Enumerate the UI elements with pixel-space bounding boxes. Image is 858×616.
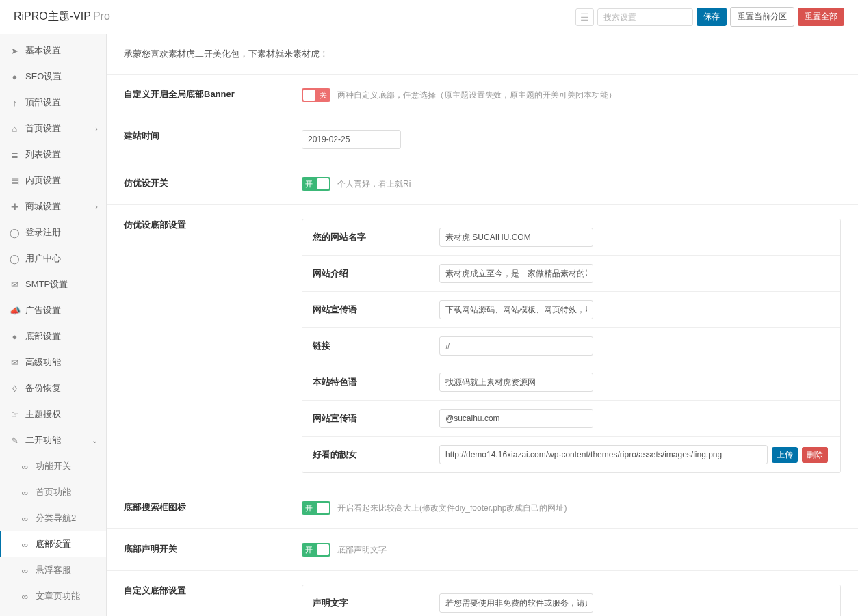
panel-input[interactable] bbox=[439, 593, 593, 613]
brand-title: RiPRO主题-VIP bbox=[14, 10, 91, 22]
fangyou-panel: 您的网站名字网站介绍网站宣传语链接本站特色语网站宣传语好看的靓女上传删除 bbox=[302, 219, 841, 473]
panel-row-label: 链接 bbox=[313, 340, 439, 352]
panel-input[interactable] bbox=[439, 409, 593, 428]
panel-row-label: 网站宣传语 bbox=[313, 412, 439, 425]
section-statement-switch: 底部声明开关 开 底部声明文字 bbox=[107, 529, 858, 571]
sidebar-item-5[interactable]: ▤内页设置 bbox=[0, 168, 106, 193]
arrow-up-icon: ↑ bbox=[10, 98, 19, 107]
panel-row-label: 好看的靓女 bbox=[313, 448, 439, 461]
sidebar-item-17[interactable]: ∞首页功能 bbox=[0, 479, 106, 505]
intro-text: 承蒙您喜欢素材虎二开美化包，下素材就来素材虎！ bbox=[107, 34, 858, 75]
sidebar-item-label: 功能开关 bbox=[36, 460, 71, 472]
reset-all-button[interactable]: 重置全部 bbox=[798, 8, 844, 26]
panel-row-field bbox=[439, 264, 830, 283]
plus-circle-icon: ✚ bbox=[10, 202, 19, 211]
panel-row-field bbox=[439, 373, 830, 392]
sidebar-item-15[interactable]: ✎二开功能⌄ bbox=[0, 427, 106, 453]
section-fangyou-switch: 仿优设开关 开 个人喜好，看上就Ri bbox=[107, 163, 858, 205]
banner-toggle[interactable]: 关 bbox=[302, 88, 330, 102]
fangyou-switch-label: 仿优设开关 bbox=[124, 177, 302, 191]
sidebar-item-label: 底部设置 bbox=[25, 330, 61, 343]
brand: RiPRO主题-VIPPro bbox=[14, 10, 110, 24]
search-icon-toggle[interactable]: 开 bbox=[302, 501, 330, 515]
sidebar-item-0[interactable]: ➤基本设置 bbox=[0, 38, 106, 64]
banner-hint: 两种自定义底部，任意选择（原主题设置失效，原主题的开关可关闭本功能） bbox=[337, 90, 616, 101]
sidebar-item-label: 主题授权 bbox=[25, 408, 61, 420]
search-input[interactable] bbox=[597, 8, 693, 26]
sidebar-item-19[interactable]: ∞底部设置 bbox=[0, 531, 106, 557]
sidebar-item-12[interactable]: ✉高级功能 bbox=[0, 349, 106, 375]
panel-input[interactable] bbox=[439, 336, 593, 356]
link-icon: ∞ bbox=[21, 592, 29, 601]
sidebar-item-label: 分类导航2 bbox=[36, 512, 76, 524]
sidebar-item-label: 高级功能 bbox=[25, 356, 61, 369]
sidebar-item-label: 广告设置 bbox=[25, 304, 61, 317]
chevron-icon: › bbox=[95, 124, 98, 133]
sidebar-item-label: 文章页功能 bbox=[36, 590, 80, 602]
panel-input[interactable] bbox=[439, 264, 593, 283]
panel-input[interactable] bbox=[439, 445, 768, 464]
reset-section-button[interactable]: 重置当前分区 bbox=[730, 7, 794, 27]
delete-button[interactable]: 删除 bbox=[802, 447, 828, 463]
panel-row: 好看的靓女上传删除 bbox=[302, 437, 840, 472]
panel-row-field bbox=[439, 228, 830, 247]
panel-input[interactable] bbox=[439, 228, 593, 247]
sidebar-item-7[interactable]: ◯登录注册 bbox=[0, 219, 106, 245]
sidebar-item-6[interactable]: ✚商城设置› bbox=[0, 193, 106, 219]
fangyou-hint: 个人喜好，看上就Ri bbox=[337, 178, 411, 190]
sidebar-item-20[interactable]: ∞悬浮客服 bbox=[0, 557, 106, 583]
section-build-time: 建站时间 bbox=[107, 116, 858, 163]
sidebar-item-label: 顶部设置 bbox=[25, 96, 61, 109]
sidebar-item-16[interactable]: ∞功能开关 bbox=[0, 453, 106, 479]
panel-row-label: 本站特色语 bbox=[313, 376, 439, 388]
panel-row: 链接 bbox=[302, 328, 840, 364]
sidebar-item-21[interactable]: ∞文章页功能 bbox=[0, 583, 106, 609]
panel-row-field: 上传删除 bbox=[439, 445, 830, 464]
build-time-input[interactable] bbox=[302, 130, 401, 149]
panel-row: 您的网站名字 bbox=[302, 219, 840, 256]
save-button[interactable]: 保存 bbox=[697, 8, 727, 26]
sidebar-item-9[interactable]: ✉SMTP设置 bbox=[0, 271, 106, 297]
sidebar-item-10[interactable]: 📣广告设置 bbox=[0, 297, 106, 323]
link-icon: ∞ bbox=[21, 462, 29, 471]
sidebar-item-18[interactable]: ∞分类导航2 bbox=[0, 505, 106, 531]
sidebar-item-13[interactable]: ◊备份恢复 bbox=[0, 375, 106, 401]
panel-input[interactable] bbox=[439, 373, 593, 392]
link-icon: ∞ bbox=[21, 566, 29, 575]
main-content: 承蒙您喜欢素材虎二开美化包，下素材就来素材虎！ 自定义开启全局底部Banner … bbox=[107, 34, 858, 616]
sidebar-item-label: 悬浮客服 bbox=[36, 564, 71, 576]
sidebar-item-14[interactable]: ☞主题授权 bbox=[0, 401, 106, 427]
sidebar-item-label: SEO设置 bbox=[25, 70, 62, 83]
panel-row-field bbox=[439, 593, 830, 613]
build-time-label: 建站时间 bbox=[124, 130, 302, 149]
list-icon[interactable]: ☰ bbox=[575, 8, 594, 26]
section-fangyou-panel: 仿优设底部设置 您的网站名字网站介绍网站宣传语链接本站特色语网站宣传语好看的靓女… bbox=[107, 205, 858, 487]
fangyou-toggle[interactable]: 开 bbox=[302, 177, 330, 191]
sidebar-item-8[interactable]: ◯用户中心 bbox=[0, 245, 106, 271]
circle-icon: ● bbox=[10, 332, 19, 341]
sidebar-item-3[interactable]: ⌂首页设置› bbox=[0, 116, 106, 142]
panel-input[interactable] bbox=[439, 300, 593, 319]
hand-icon: ☞ bbox=[10, 410, 19, 419]
banner-label: 自定义开启全局底部Banner bbox=[124, 88, 302, 102]
upload-button[interactable]: 上传 bbox=[772, 447, 798, 463]
paper-plane-icon: ➤ bbox=[10, 46, 19, 55]
file-icon: ▤ bbox=[10, 176, 19, 185]
chevron-icon: › bbox=[95, 202, 98, 211]
sidebar-item-label: SMTP设置 bbox=[25, 278, 68, 291]
panel-row: 本站特色语 bbox=[302, 364, 840, 401]
sidebar-item-label: 内页设置 bbox=[25, 174, 61, 187]
sidebar-item-label: 首页设置 bbox=[25, 122, 61, 135]
sidebar-item-1[interactable]: ●SEO设置 bbox=[0, 64, 106, 90]
sidebar-item-label: 列表设置 bbox=[25, 148, 61, 161]
wrench-icon: ✎ bbox=[10, 436, 19, 445]
sidebar-item-4[interactable]: ≣列表设置 bbox=[0, 142, 106, 168]
sidebar-item-11[interactable]: ●底部设置 bbox=[0, 323, 106, 349]
envelope-icon: ✉ bbox=[10, 358, 19, 367]
panel-row-field bbox=[439, 409, 830, 428]
sidebar: ➤基本设置●SEO设置↑顶部设置⌂首页设置›≣列表设置▤内页设置✚商城设置›◯登… bbox=[0, 34, 107, 616]
statement-toggle[interactable]: 开 bbox=[302, 543, 330, 557]
search-icon-label: 底部搜索框图标 bbox=[124, 501, 302, 515]
sidebar-item-2[interactable]: ↑顶部设置 bbox=[0, 90, 106, 116]
statement-switch-label: 底部声明开关 bbox=[124, 543, 302, 557]
